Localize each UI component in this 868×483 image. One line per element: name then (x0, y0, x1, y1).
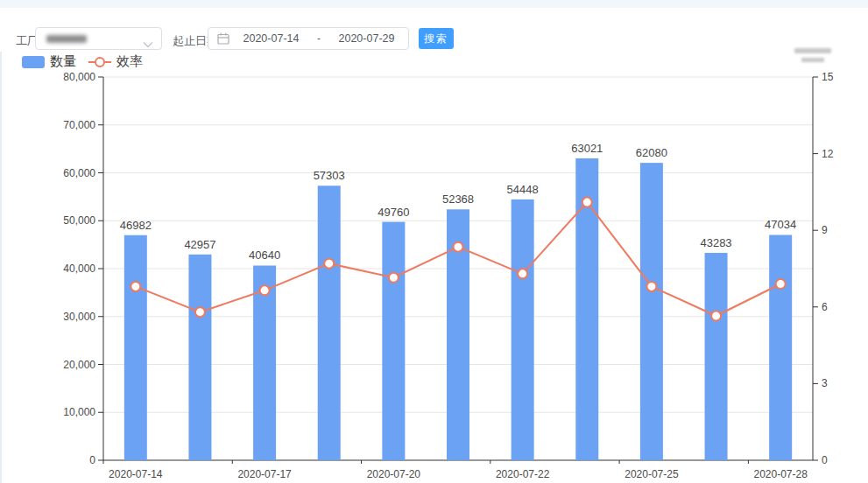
x-axis-date-label: 2020-07-20 (367, 468, 421, 480)
page-top-edge (0, 0, 868, 8)
bar-series-swatch-icon (22, 56, 45, 68)
right-axis-tick-label: 6 (822, 301, 828, 313)
x-axis-date-label: 2020-07-14 (109, 468, 163, 480)
line-point[interactable] (518, 269, 527, 278)
bar[interactable] (124, 235, 147, 460)
blurred-watermark (801, 58, 824, 62)
line-point[interactable] (195, 307, 205, 317)
bar[interactable] (705, 253, 728, 460)
factory-select[interactable] (35, 27, 162, 50)
x-axis-date-label: 2020-07-25 (625, 468, 679, 480)
x-axis-date-label: 2020-07-22 (496, 468, 550, 480)
line-point[interactable] (260, 285, 270, 295)
filter-toolbar: 工厂 起止日期 2020-07-14 - 2020-07-29 搜索 (0, 8, 868, 52)
factory-select-value-blurred (46, 35, 87, 43)
right-axis-tick-label: 9 (822, 224, 828, 236)
right-axis-tick-label: 0 (822, 454, 828, 466)
line-point[interactable] (711, 312, 721, 321)
left-axis-tick-label: 30,000 (63, 311, 95, 323)
start-date-input[interactable]: 2020-07-14 (229, 32, 313, 45)
chevron-down-icon (143, 36, 153, 52)
left-axis-tick-label: 40,000 (63, 262, 95, 275)
bar-value-label: 46982 (120, 219, 152, 232)
bar[interactable] (382, 222, 405, 460)
bar-value-label: 63021 (571, 142, 603, 155)
line-point[interactable] (646, 282, 656, 291)
bar-line-chart[interactable]: 010,00020,00030,00040,00050,00060,00070,… (0, 70, 868, 483)
left-axis-tick-label: 10,000 (63, 406, 95, 418)
date-range-picker[interactable]: 2020-07-14 - 2020-07-29 (208, 27, 409, 50)
bar-value-label: 49760 (378, 206, 409, 219)
bar-value-label: 42957 (184, 238, 215, 251)
legend-item-efficiency[interactable]: 效率 (88, 53, 143, 70)
line-point[interactable] (324, 259, 334, 269)
bar-value-label: 43283 (700, 236, 731, 249)
blurred-watermark (794, 48, 831, 53)
line-series-marker-icon (88, 56, 111, 68)
x-axis-date-label: 2020-07-28 (753, 468, 808, 480)
bar-value-label: 52368 (442, 192, 474, 206)
search-button[interactable]: 搜索 (419, 28, 454, 49)
bar[interactable] (640, 163, 663, 460)
line-point[interactable] (131, 282, 140, 291)
right-axis-tick-label: 15 (822, 71, 834, 83)
line-point[interactable] (776, 279, 786, 289)
bar-value-label: 40640 (249, 248, 280, 262)
bar-value-label: 62080 (636, 146, 667, 159)
left-axis-tick-label: 70,000 (63, 119, 95, 131)
date-separator: - (313, 32, 325, 45)
calendar-icon (217, 32, 229, 45)
end-date-input[interactable]: 2020-07-29 (325, 32, 408, 45)
legend-item-quantity[interactable]: 数量 (22, 53, 76, 70)
line-point[interactable] (582, 198, 592, 207)
bar[interactable] (318, 186, 341, 460)
legend-label-quantity: 数量 (50, 53, 76, 70)
x-axis-date-label: 2020-07-17 (237, 468, 292, 480)
left-axis-tick-label: 80,000 (63, 71, 95, 83)
right-axis-tick-label: 3 (822, 377, 828, 389)
line-point[interactable] (454, 242, 463, 252)
bar[interactable] (188, 255, 211, 460)
bar-value-label: 57303 (314, 169, 345, 182)
bar[interactable] (512, 200, 534, 460)
legend-label-efficiency: 效率 (116, 53, 143, 70)
left-axis-tick-label: 50,000 (63, 214, 95, 227)
chart-canvas: 010,00020,00030,00040,00050,00060,00070,… (0, 70, 868, 483)
line-point[interactable] (389, 273, 399, 283)
chart-legend: 数量 效率 (22, 53, 143, 70)
bar-value-label: 54448 (507, 183, 539, 196)
left-axis-tick-label: 60,000 (63, 167, 95, 179)
bar-value-label: 47034 (765, 218, 796, 231)
left-axis-tick-label: 0 (89, 454, 95, 466)
bar[interactable] (769, 234, 792, 460)
left-axis-tick-label: 20,000 (63, 359, 95, 371)
right-axis-tick-label: 12 (822, 148, 834, 160)
